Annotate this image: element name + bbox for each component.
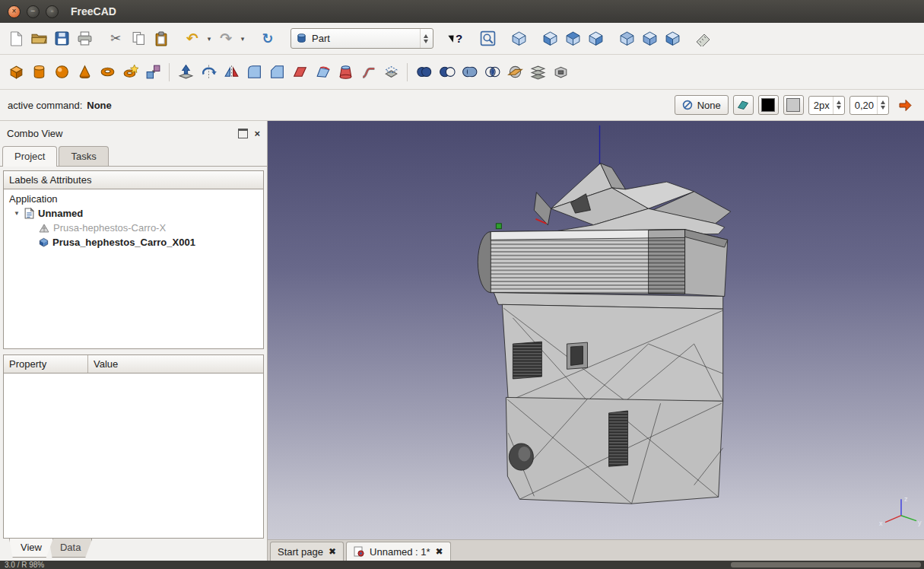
part-chamfer-button[interactable]: [265, 61, 288, 84]
tree-item-mesh[interactable]: Prusa-hephestos-Carro-X: [4, 221, 263, 235]
active-command: active command: None: [8, 100, 112, 111]
cut-button[interactable]: ✂: [104, 27, 127, 50]
close-tab-icon[interactable]: ✖: [436, 547, 443, 556]
part-sweep-button[interactable]: [357, 61, 379, 84]
part-ruled-surface-button[interactable]: [311, 61, 334, 84]
copy-icon: [132, 31, 146, 46]
undo-button[interactable]: ↶: [181, 27, 204, 50]
refresh-button[interactable]: ↻: [256, 27, 279, 50]
redo-button[interactable]: ↷: [214, 27, 237, 50]
open-file-button[interactable]: [27, 27, 50, 50]
part-box-button[interactable]: [5, 61, 27, 84]
redo-dropdown-button[interactable]: ▾: [237, 27, 248, 50]
part-sphere-button[interactable]: [50, 61, 73, 84]
expander-icon[interactable]: ▼: [13, 210, 21, 217]
window-close-button[interactable]: ×: [8, 5, 21, 18]
value-column-header[interactable]: Value: [88, 355, 263, 373]
paste-icon: [154, 31, 168, 46]
close-tab-icon[interactable]: ✖: [329, 547, 336, 556]
window-maximize-button[interactable]: ▫: [46, 5, 59, 18]
spin-down-icon: [881, 106, 885, 110]
view-axonometric-button[interactable]: [507, 27, 530, 50]
workbench-selector[interactable]: Part: [291, 28, 433, 49]
part-torus-button[interactable]: [96, 61, 119, 84]
part-loft-icon: [337, 63, 354, 81]
part-section-button[interactable]: [503, 61, 526, 84]
part-primitives-icon: [122, 63, 139, 81]
line-width-spinner[interactable]: [833, 97, 844, 114]
print-button[interactable]: [73, 27, 96, 50]
property-table[interactable]: [3, 374, 264, 539]
part-boolean-button[interactable]: [412, 61, 435, 84]
paste-button[interactable]: [150, 27, 173, 50]
part-make-face-button[interactable]: [288, 61, 311, 84]
part-shape-builder-button[interactable]: [141, 61, 164, 84]
tree-item-document[interactable]: ▼ Unnamed: [4, 206, 263, 221]
dock-close-icon[interactable]: ×: [254, 129, 260, 138]
part-cylinder-button[interactable]: [27, 61, 50, 84]
apply-style-button[interactable]: [894, 94, 916, 116]
line-width-spinbox[interactable]: 2px: [808, 96, 845, 115]
view-right-button[interactable]: [584, 27, 607, 50]
document-tree[interactable]: Application ▼ Unnamed Prusa-hephestos-Ca…: [3, 189, 264, 349]
measure-button[interactable]: [692, 27, 715, 50]
close-icon: ×: [12, 8, 17, 15]
part-section-icon: [506, 63, 524, 81]
part-cylinder-icon: [30, 63, 48, 81]
workbench-spinner[interactable]: [420, 29, 431, 48]
face-color-button[interactable]: [783, 95, 804, 115]
part-offset-button[interactable]: [379, 61, 402, 84]
part-thickness-button[interactable]: [549, 61, 572, 84]
view-top-button[interactable]: [561, 27, 584, 50]
window-minimize-button[interactable]: −: [27, 5, 40, 18]
3d-canvas[interactable]: z x y: [268, 121, 924, 539]
part-union-button[interactable]: [458, 61, 481, 84]
3d-model-mesh[interactable]: z x y: [268, 121, 924, 539]
view-front-button[interactable]: [538, 27, 561, 50]
dock-float-icon[interactable]: [238, 129, 248, 138]
tab-project[interactable]: Project: [2, 146, 57, 167]
tree-item-part[interactable]: Prusa_hephestos_Carro_X001: [4, 235, 263, 250]
part-cone-button[interactable]: [73, 61, 96, 84]
save-button[interactable]: [50, 27, 73, 50]
view-bottom-button[interactable]: [638, 27, 661, 50]
tab-unnamed-document[interactable]: Unnamed : 1* ✖: [346, 542, 451, 561]
part-fillet-button[interactable]: [243, 61, 265, 84]
tab-start-page[interactable]: Start page ✖: [270, 542, 344, 561]
maximize-icon: ▫: [51, 8, 54, 15]
fit-all-button[interactable]: [476, 27, 499, 50]
part-intersection-button[interactable]: [481, 61, 503, 84]
part-cross-sections-button[interactable]: [526, 61, 549, 84]
autogroup-button[interactable]: None: [675, 95, 729, 115]
tab-tasks[interactable]: Tasks: [59, 146, 108, 167]
view-rear-button[interactable]: [615, 27, 638, 50]
part-primitives-button[interactable]: [119, 61, 141, 84]
spin-down-icon: [837, 106, 841, 110]
status-bar: 3.0 / R 98%: [0, 561, 924, 569]
new-file-button[interactable]: [5, 27, 27, 50]
part-sphere-icon: [53, 63, 71, 81]
tree-item-application[interactable]: Application: [4, 192, 263, 206]
part-revolve-button[interactable]: [197, 61, 220, 84]
undo-dropdown-button[interactable]: ▾: [204, 27, 214, 50]
workbench-part-icon: [296, 33, 307, 44]
whats-this-button[interactable]: ?: [445, 27, 468, 50]
copy-button[interactable]: [127, 27, 150, 50]
active-command-value: None: [87, 100, 112, 111]
construction-plane-icon: [737, 99, 749, 111]
panel-splitter[interactable]: [3, 349, 264, 354]
tab-view[interactable]: View: [9, 539, 53, 558]
view-left-button[interactable]: [661, 27, 684, 50]
property-column-header[interactable]: Property: [4, 355, 88, 373]
text-scale-spinner[interactable]: [877, 97, 888, 114]
tab-data[interactable]: Data: [49, 539, 92, 558]
tree-label: Unnamed: [38, 208, 83, 219]
part-loft-button[interactable]: [334, 61, 357, 84]
construction-mode-button[interactable]: [733, 95, 754, 115]
line-color-button[interactable]: [758, 95, 779, 115]
part-mirror-button[interactable]: [220, 61, 243, 84]
undo-icon: ↶: [186, 31, 198, 46]
part-extrude-button[interactable]: [174, 61, 197, 84]
part-cut-button[interactable]: [435, 61, 458, 84]
text-scale-spinbox[interactable]: 0,20: [849, 96, 889, 115]
